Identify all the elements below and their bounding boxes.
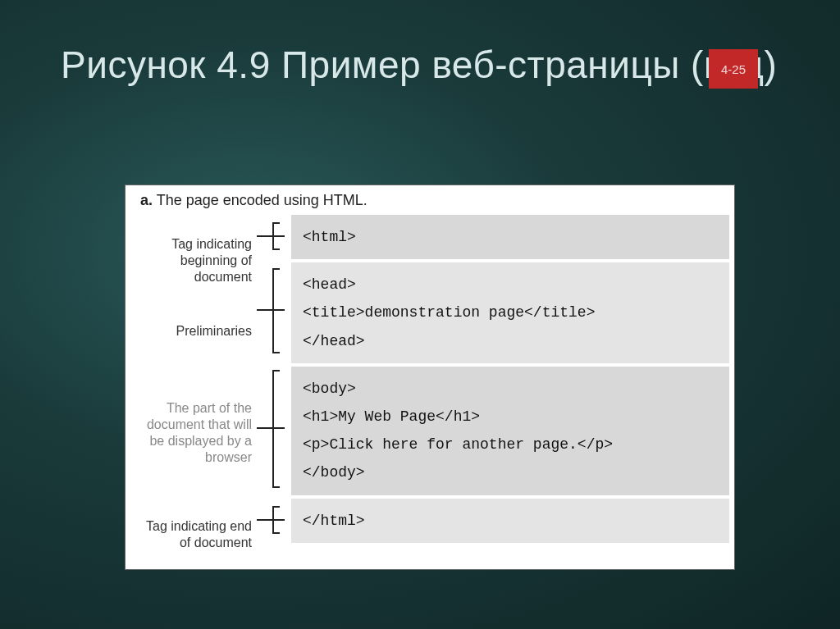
- bracket-icon-2: [257, 267, 291, 354]
- code-line: <title>demonstration page</title>: [303, 299, 718, 326]
- bracket-icon-1: [257, 221, 291, 251]
- code-block-html-close: </html>: [291, 499, 729, 543]
- annotation-begin: Tag indicating beginning of document: [145, 236, 252, 285]
- annotation-body: The part of the document that will be di…: [137, 400, 252, 466]
- bracket-icon-4: [257, 505, 291, 535]
- code-line: </body>: [303, 458, 718, 486]
- code-line: <head>: [303, 271, 718, 299]
- code-line: <body>: [303, 375, 718, 403]
- caption-text: The page encoded using HTML.: [153, 192, 368, 208]
- slide-number-badge: 4-25: [709, 49, 758, 89]
- annotation-preliminaries: Preliminaries: [176, 323, 252, 340]
- code-block-body: <body> <h1>My Web Page</h1> <p>Click her…: [291, 367, 729, 495]
- code-block-head: <head> <title>demonstration page</title>…: [291, 262, 729, 363]
- code-line: <html>: [303, 223, 718, 251]
- code-block-html-open: <html>: [291, 215, 729, 259]
- slide-title: Рисунок 4.9 Пример веб-страницы (код): [61, 43, 777, 88]
- annotation-end: Tag indicating end of document: [137, 518, 252, 551]
- figure-panel: a. The page encoded using HTML. Tag indi…: [125, 185, 735, 570]
- code-line: </head>: [303, 327, 718, 355]
- bracket-icon-3: [257, 369, 291, 489]
- figure-caption: a. The page encoded using HTML.: [140, 192, 368, 209]
- code-line: </html>: [303, 507, 718, 535]
- code-column: <html> <head> <title>demonstration page<…: [291, 215, 729, 564]
- caption-label: a.: [140, 192, 153, 208]
- code-line: <p>Click here for another page.</p>: [303, 431, 718, 458]
- code-line: <h1>My Web Page</h1>: [303, 403, 718, 431]
